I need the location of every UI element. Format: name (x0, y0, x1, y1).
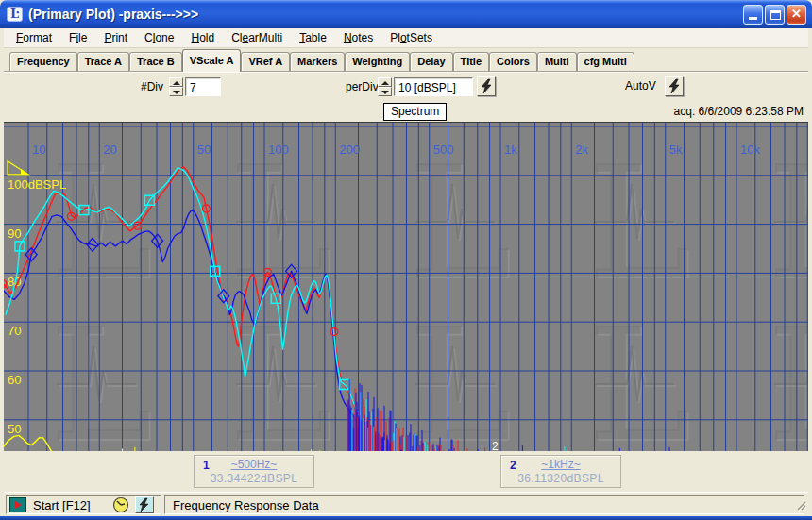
tab-delay[interactable]: Delay (410, 52, 452, 71)
marker-panel-2: 2~1kHz~36.11320dBSPL (500, 455, 621, 488)
down-arrow-icon (173, 91, 180, 94)
svg-text:L: L (767, 294, 808, 452)
acquisition-timestamp: acq: 6/6/2009 6:23:58 PM (674, 105, 804, 118)
status-bar: Start [F12] Frequency Response Data (4, 492, 808, 516)
menu-item-file[interactable]: File (60, 29, 95, 46)
div-spinner (169, 77, 183, 96)
praxis-window: Ŀ (Primary Plot) -praxis--->>> ✕ FormatF… (0, 0, 812, 520)
close-button[interactable]: ✕ (787, 5, 806, 25)
tab-trace-b[interactable]: Trace B (129, 52, 182, 71)
maximize-icon (770, 10, 781, 20)
svg-text:10k: 10k (740, 143, 760, 157)
menu-item-hold[interactable]: Hold (182, 29, 223, 46)
menu-item-clearmulti[interactable]: ClearMulti (223, 29, 291, 46)
up-arrow-icon (381, 81, 389, 85)
autov-label: AutoV (625, 79, 656, 92)
marker-readout-row: 1~500Hz~33.34422dBSPL2~1kHz~36.11320dBSP… (4, 451, 808, 492)
perdiv-apply-button[interactable] (477, 76, 496, 96)
start-button[interactable] (9, 497, 26, 512)
plot-type-button[interactable]: Spectrum (383, 103, 447, 121)
down-arrow-icon (381, 91, 389, 94)
maximize-button[interactable] (765, 5, 785, 25)
up-arrow-icon (173, 81, 180, 85)
svg-text:200: 200 (339, 143, 360, 157)
div-label: #Div (141, 80, 163, 93)
svg-text:50: 50 (197, 143, 211, 157)
marker-index: 1 (203, 459, 210, 472)
svg-text:L: L (587, 294, 691, 452)
svg-text:100dBSPL: 100dBSPL (8, 177, 66, 192)
svg-text:60: 60 (8, 373, 21, 387)
svg-text:10: 10 (32, 143, 45, 157)
svg-text:70: 70 (8, 324, 21, 338)
menu-item-table[interactable]: Table (291, 29, 335, 46)
status-message: Frequency Response Data (173, 498, 319, 512)
div-spin-down-button[interactable] (169, 87, 183, 96)
menu-item-format[interactable]: Format (8, 29, 60, 46)
quick-acquire-button[interactable] (135, 496, 154, 513)
menu-item-plotsets[interactable]: PlotSets (381, 29, 441, 46)
marker-panel-1: 1~500Hz~33.34422dBSPL (194, 455, 314, 488)
svg-text:500: 500 (433, 143, 454, 157)
tab-trace-a[interactable]: Trace A (77, 52, 129, 71)
svg-text:20: 20 (103, 143, 116, 157)
tab-markers[interactable]: Markers (290, 52, 345, 71)
tab-frequency[interactable]: Frequency (9, 52, 77, 71)
tab-bar: FrequencyTrace ATrace BVScale AVRef AMar… (4, 48, 808, 72)
tab-cfg-multi[interactable]: cfg Multi (577, 52, 634, 71)
autov-button[interactable] (665, 76, 684, 96)
marker-frequency-link[interactable]: ~500Hz~ (231, 458, 278, 471)
svg-text:1k: 1k (504, 143, 517, 157)
close-icon: ✕ (787, 7, 805, 21)
status-message-panel: Frequency Response Data (164, 495, 804, 514)
perdiv-spinner (378, 77, 392, 96)
marker-frequency-link[interactable]: ~1kHz~ (541, 458, 580, 471)
lightning-bolt-icon (666, 77, 683, 95)
start-label: Start [F12] (33, 498, 91, 512)
menu-item-print[interactable]: Print (95, 29, 136, 46)
div-input[interactable] (185, 77, 221, 96)
title-bar[interactable]: Ŀ (Primary Plot) -praxis--->>> ✕ (0, 0, 812, 28)
marker-index: 2 (510, 459, 516, 472)
svg-text:2k: 2k (575, 143, 588, 157)
perdiv-spin-down-button[interactable] (378, 87, 392, 96)
menu-item-clone[interactable]: Clone (136, 29, 182, 46)
tab-weighting[interactable]: Weighting (345, 52, 410, 71)
minimize-icon (749, 17, 757, 20)
vscale-controls: #Div perDiv A AutoV (4, 72, 808, 100)
perdiv-spin-up-button[interactable] (378, 77, 392, 87)
svg-text:5k: 5k (669, 143, 683, 157)
window-title: (Primary Plot) -praxis--->>> (28, 7, 198, 22)
menu-bar: FormatFilePrintCloneHoldClearMultiTableN… (4, 28, 808, 48)
marker-value: 33.34422dBSPL (195, 472, 313, 485)
perdiv-input[interactable] (394, 77, 473, 96)
lightning-bolt-icon (136, 497, 153, 512)
lightning-bolt-icon (478, 77, 495, 95)
svg-text:L: L (49, 294, 153, 452)
svg-text:50: 50 (8, 422, 21, 436)
play-icon (15, 501, 22, 509)
menu-item-notes[interactable]: Notes (335, 29, 381, 46)
spectrum-plot-canvas: LLLLLLLLLLLLLLLLLLLL1020501002005001k2k5… (4, 123, 808, 452)
div-spin-up-button[interactable] (169, 77, 183, 87)
minimize-button[interactable] (743, 5, 763, 25)
plot-info-strip: Spectrum acq: 6/6/2009 6:23:58 PM (4, 100, 808, 122)
svg-text:100: 100 (268, 143, 289, 157)
tab-vref-a[interactable]: VRef A (241, 52, 290, 71)
clock-icon[interactable] (112, 496, 129, 517)
svg-text:90: 90 (8, 226, 21, 241)
resize-grip[interactable] (795, 498, 807, 515)
tab-multi[interactable]: Multi (537, 52, 577, 71)
svg-text:L: L (408, 294, 512, 452)
acquisition-panel: Start [F12] (6, 495, 161, 514)
app-icon: Ŀ (7, 7, 23, 22)
tab-title[interactable]: Title (453, 52, 489, 71)
spectrum-plot[interactable]: LLLLLLLLLLLLLLLLLLLL1020501002005001k2k5… (4, 122, 808, 451)
tab-colors[interactable]: Colors (489, 52, 537, 71)
window-border (0, 516, 812, 520)
tab-vscale-a[interactable]: VScale A (182, 49, 242, 72)
marker-value: 36.11320dBSPL (501, 472, 620, 485)
